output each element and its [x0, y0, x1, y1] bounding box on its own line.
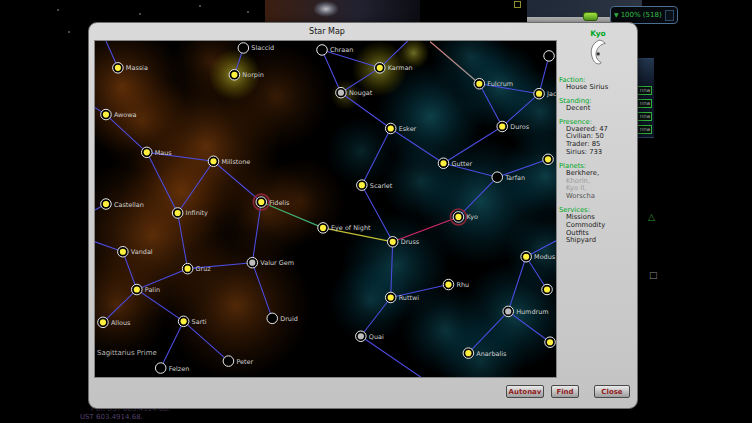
bg-star	[247, 11, 249, 13]
star-label: Massia	[126, 64, 148, 72]
star-quai[interactable]: Quai	[356, 331, 384, 342]
star-label: Fidelis	[269, 199, 290, 207]
star-palin[interactable]: Palin	[132, 284, 160, 295]
star-label: Vandal	[131, 248, 153, 256]
info-value: House Sirius	[559, 84, 637, 92]
star-maus[interactable]: Maus	[141, 147, 172, 158]
star-label: Gutter	[451, 160, 472, 168]
sirius-faction-icon	[559, 39, 637, 71]
hud-mini-button[interactable]: nna	[636, 125, 652, 134]
star-norpin[interactable]: Norpin	[229, 70, 264, 81]
star-label: Kyo	[466, 213, 478, 221]
bg-star	[57, 9, 59, 11]
system-name: Kyo	[559, 29, 637, 38]
star-slaccid[interactable]: Slaccid	[238, 43, 274, 54]
star-druss[interactable]: Druss	[387, 237, 419, 248]
star-edge-c[interactable]	[545, 337, 556, 348]
target-square-icon: □	[649, 271, 658, 280]
star-label: Gruz	[196, 265, 212, 273]
star-map-window: Star Map MassiaSlaccidNorpinChraanKarman…	[88, 22, 638, 409]
find-button[interactable]: Find	[551, 385, 579, 398]
star-edge-b[interactable]	[542, 284, 553, 295]
star-label: Scarlet	[370, 182, 393, 190]
star-label: Sarti	[192, 318, 207, 326]
system-info-panel: Kyo Faction:House SiriusStanding:DecentP…	[559, 29, 637, 245]
star-label: Duros	[510, 123, 530, 131]
autonav-button[interactable]: Autonav	[506, 385, 544, 398]
star-label: Modus M	[534, 253, 556, 261]
star-edge-a[interactable]	[543, 154, 554, 165]
star-esker[interactable]: Esker	[385, 123, 416, 134]
star-valur-gem[interactable]: Valur Gem	[247, 257, 294, 268]
star-scarlet[interactable]: Scarlet	[357, 180, 393, 191]
star-castellan[interactable]: Castellan	[101, 199, 144, 210]
star-vandal[interactable]: Vandal	[118, 246, 153, 257]
star-druid[interactable]: Druid	[267, 313, 298, 324]
star-infinity[interactable]: Infinity	[172, 208, 208, 219]
hud-mini-button[interactable]: nna	[636, 99, 652, 108]
bg-star	[68, 31, 70, 33]
game-screen: ▼ 100% (518) nnannannanna △ □ r on UST 6…	[0, 0, 752, 423]
star-label: Eye of Night	[331, 224, 371, 232]
star-label: Jac	[546, 90, 556, 98]
star-label: Millstone	[221, 158, 250, 166]
hud-mini-button[interactable]: nna	[636, 86, 652, 95]
hud-marker-square	[514, 1, 521, 8]
star-felzen[interactable]: Felzen	[155, 363, 189, 374]
star-ruttwi[interactable]: Ruttwi	[385, 292, 419, 303]
star-gutter[interactable]: Gutter	[438, 158, 472, 169]
star-massia[interactable]: Massia	[113, 63, 148, 74]
star-chraan[interactable]: Chraan	[317, 45, 354, 56]
star-label: Fulcrum	[487, 80, 513, 88]
indicator-led	[583, 12, 598, 21]
star-peter[interactable]: Peter	[223, 356, 253, 367]
star-label: Allous	[111, 319, 131, 327]
star-label: Anarbalis	[476, 350, 507, 358]
star-label: Felzen	[169, 365, 190, 373]
star-label: Tarfan	[504, 174, 525, 182]
star-modus-m[interactable]: Modus M	[521, 251, 556, 262]
star-duros[interactable]: Duros	[497, 121, 530, 132]
star-label: Peter	[236, 358, 253, 366]
star-nougat[interactable]: Nougat	[336, 87, 373, 98]
hud-mini-button[interactable]: nna	[636, 112, 652, 121]
star-label: Esker	[399, 125, 417, 133]
info-value: Worscha	[559, 193, 637, 201]
bg-star	[139, 13, 141, 15]
star-humdrum[interactable]: Humdrum	[503, 306, 549, 317]
star-circle-a[interactable]	[544, 51, 555, 62]
star-awowa[interactable]: Awowa	[101, 109, 137, 120]
star-label: Valur Gem	[260, 259, 294, 267]
background-art	[265, 0, 420, 22]
star-label: Maus	[155, 149, 173, 157]
star-fulcrum[interactable]: Fulcrum	[474, 78, 513, 89]
star-label: Karman	[388, 64, 413, 72]
close-button[interactable]: Close	[594, 385, 630, 398]
star-map[interactable]: MassiaSlaccidNorpinChraanKarmanNougatFul…	[94, 40, 557, 378]
star-gruz[interactable]: Gruz	[182, 263, 211, 274]
info-value: Sirius: 733	[559, 149, 637, 157]
star-eye-of-night[interactable]: Eye of Night	[318, 223, 371, 234]
star-sarti[interactable]: Sarti	[178, 316, 206, 327]
info-value: Decent	[559, 105, 637, 113]
star-label: Chraan	[330, 46, 353, 54]
window-title: Star Map	[89, 27, 565, 36]
log-line: UST 603.4914.68.	[80, 413, 143, 421]
info-value: Shipyard	[559, 237, 637, 245]
star-allous[interactable]: Allous	[98, 317, 131, 328]
ship-sprite	[313, 1, 339, 17]
star-rhu[interactable]: Rhu	[443, 279, 469, 290]
zoom-status-text: 100% (518)	[621, 11, 662, 19]
bg-star	[199, 5, 201, 7]
star-anarbalis[interactable]: Anarbalis	[463, 348, 507, 359]
star-tarfan[interactable]: Tarfan	[492, 172, 525, 183]
star-label: Castellan	[114, 201, 144, 209]
star-karman[interactable]: Karman	[374, 63, 412, 74]
panel-end-box	[665, 10, 674, 21]
star-label: Norpin	[242, 71, 263, 79]
star-label: Rhu	[456, 281, 469, 289]
star-label: Slaccid	[251, 44, 274, 52]
star-label: Palin	[145, 286, 160, 294]
star-millstone[interactable]: Millstone	[208, 156, 250, 167]
star-label: Quai	[369, 333, 384, 341]
